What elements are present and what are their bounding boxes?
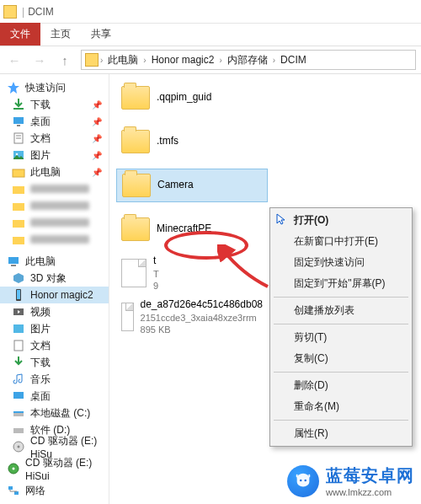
menu-pin-quick[interactable]: 固定到快速访问 — [270, 252, 412, 273]
picture-icon — [12, 148, 25, 162]
tab-home[interactable]: 主页 — [40, 23, 81, 46]
svg-rect-30 — [14, 491, 19, 495]
folder-icon — [12, 216, 25, 229]
pin-icon: 📌 — [92, 168, 102, 177]
sidebar-quick-access[interactable]: 快速访问 — [0, 79, 109, 96]
item-name: de_a87d26e4c51c486db08 — [141, 298, 263, 312]
sidebar-music[interactable]: 音乐 — [0, 371, 109, 388]
file-item[interactable]: t T 9 — [116, 256, 268, 290]
title-text: DCIM — [28, 6, 54, 18]
sidebar-pictures[interactable]: 图片📌 — [0, 147, 109, 164]
star-icon — [7, 81, 20, 94]
document-icon — [12, 131, 25, 145]
menu-delete[interactable]: 删除(D) — [270, 375, 412, 396]
menu-open-new-window[interactable]: 在新窗口中打开(E) — [270, 231, 412, 252]
svg-rect-34 — [308, 474, 310, 477]
picture-icon — [12, 322, 25, 335]
svg-rect-13 — [8, 257, 19, 264]
svg-point-26 — [18, 446, 20, 448]
disc-icon — [12, 440, 25, 453]
svg-rect-14 — [11, 265, 16, 266]
sidebar-honor-device[interactable]: Honor magic2 — [0, 287, 109, 303]
up-button[interactable]: ↑ — [56, 51, 74, 69]
folder-icon — [121, 86, 150, 110]
svg-rect-33 — [296, 474, 298, 477]
forward-button[interactable]: → — [30, 51, 49, 69]
svg-point-28 — [13, 468, 15, 470]
menu-separator — [274, 372, 408, 373]
menu-separator — [274, 324, 408, 324]
file-icon — [121, 259, 147, 287]
cube-icon — [12, 271, 25, 285]
title-bar: | DCIM — [0, 0, 421, 24]
sidebar-thispc-q[interactable]: 此电脑📌 — [0, 164, 109, 180]
pin-icon: 📌 — [92, 100, 102, 110]
folder-item-selected[interactable]: Camera — [116, 169, 268, 202]
window-title: | DCIM — [22, 6, 54, 18]
sidebar-pictures2[interactable]: 图片 — [0, 320, 109, 337]
item-name: Camera — [157, 179, 194, 192]
menu-separator — [274, 420, 408, 421]
sidebar-cdrive[interactable]: 本地磁盘 (C:) — [0, 405, 109, 421]
folder-item[interactable]: MinecraftPE — [116, 212, 268, 246]
crumb-dcim[interactable]: DCIM — [277, 52, 310, 67]
back-button[interactable]: ← — [5, 51, 24, 69]
svg-rect-10 — [13, 203, 24, 211]
phone-icon — [12, 288, 25, 302]
svg-rect-12 — [13, 237, 24, 244]
music-icon — [12, 373, 25, 386]
crumb-storage[interactable]: 内部存储 — [224, 51, 271, 69]
sidebar-thispc[interactable]: 此电脑 — [0, 253, 109, 270]
svg-rect-16 — [17, 290, 20, 299]
menu-open[interactable]: 打开(O) — [270, 210, 412, 231]
menu-copy[interactable]: 复制(C) — [270, 348, 412, 369]
sidebar-network[interactable]: 网络 — [0, 482, 109, 499]
nav-pane: 快速访问 下载📌 桌面📌 文档📌 图片📌 此电脑📌 此电脑 3D 对象 Hono… — [0, 74, 109, 504]
svg-rect-24 — [13, 428, 24, 433]
sidebar-documents[interactable]: 文档📌 — [0, 130, 109, 147]
svg-rect-23 — [13, 411, 24, 413]
sidebar-downloads2[interactable]: 下载 — [0, 354, 109, 371]
sidebar-downloads[interactable]: 下载📌 — [0, 96, 109, 113]
menu-cut[interactable]: 剪切(T) — [270, 327, 412, 348]
crumb-thispc[interactable]: 此电脑 — [104, 51, 141, 69]
crumb-device[interactable]: Honor magic2 — [148, 52, 218, 67]
drive-icon — [12, 406, 25, 420]
network-icon — [7, 484, 20, 497]
folder-item[interactable]: .tmfs — [116, 125, 268, 158]
sidebar-cddrive[interactable]: CD 驱动器 (E:) HiSu — [0, 438, 109, 455]
folder-item[interactable]: .qqpim_guid — [116, 81, 268, 115]
sidebar-desktop2[interactable]: 桌面 — [0, 388, 109, 405]
menu-rename[interactable]: 重命名(M) — [270, 396, 412, 417]
tab-share[interactable]: 共享 — [81, 23, 121, 46]
document-icon — [12, 339, 25, 352]
sidebar-videos[interactable]: 视频 — [0, 303, 109, 320]
file-item[interactable]: de_a87d26e4c51c486db08 2151ccde3_3xaia48… — [116, 300, 268, 334]
menu-create-playlist[interactable]: 创建播放列表 — [270, 300, 412, 321]
sidebar-blur2[interactable] — [0, 197, 109, 214]
watermark: 蓝莓安卓网 www.lmkzz.com — [287, 464, 414, 497]
menu-pin-start[interactable]: 固定到"开始"屏幕(P) — [270, 273, 412, 294]
menu-properties[interactable]: 属性(R) — [270, 423, 412, 444]
disc-icon — [7, 462, 20, 475]
item-name: t — [153, 255, 159, 268]
folder-icon — [12, 165, 25, 179]
address-bar[interactable]: › 此电脑 › Honor magic2 › 内部存储 › DCIM — [81, 50, 416, 70]
sidebar-blur4[interactable] — [0, 231, 109, 248]
svg-rect-20 — [14, 340, 23, 351]
tab-file[interactable]: 文件 — [0, 23, 40, 46]
sidebar-documents2[interactable]: 文档 — [0, 337, 109, 354]
cursor-icon — [275, 212, 289, 226]
nav-toolbar: ← → ↑ › 此电脑 › Honor magic2 › 内部存储 › DCIM — [0, 46, 421, 74]
sidebar-3dobjects[interactable]: 3D 对象 — [0, 270, 109, 287]
sidebar-cddrive2[interactable]: CD 驱动器 (E:) HiSui — [0, 460, 109, 477]
folder-icon — [3, 5, 17, 19]
pin-icon: 📌 — [92, 117, 102, 126]
folder-icon — [121, 130, 150, 153]
sidebar-blur3[interactable] — [0, 214, 109, 231]
sidebar-blur1[interactable] — [0, 180, 109, 197]
menu-separator — [274, 297, 408, 298]
svg-point-32 — [304, 479, 306, 481]
sidebar-desktop[interactable]: 桌面📌 — [0, 113, 109, 130]
watermark-logo — [287, 465, 319, 497]
